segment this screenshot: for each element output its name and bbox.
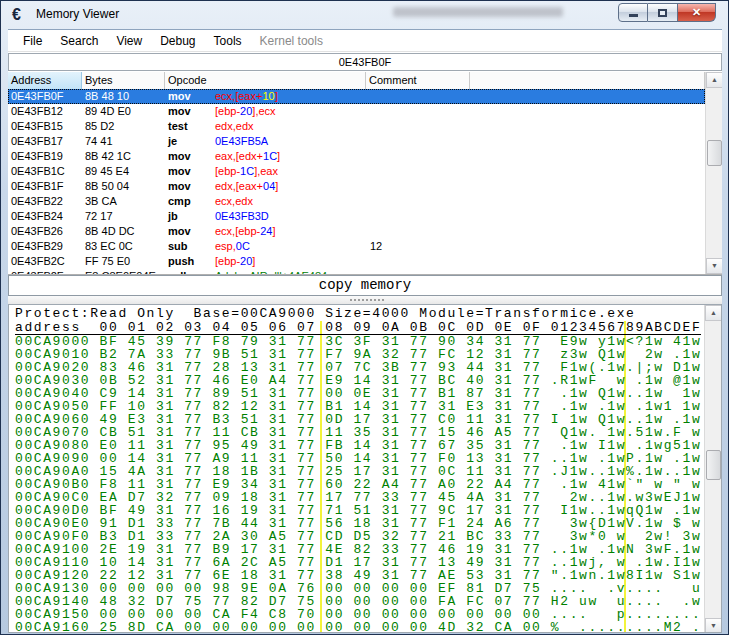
disasm-row[interactable]: 0E43FB198B 42 1Cmoveax,[edx+1C]: [8, 149, 705, 164]
disasm-cell-mn: test: [168, 119, 188, 134]
disasm-cell-op: 0E43FB5A: [215, 134, 268, 149]
scroll-thumb[interactable]: [707, 140, 722, 166]
disasm-cell-addr: 0E43FB1C: [11, 164, 65, 179]
column-header-comment[interactable]: Comment: [366, 72, 470, 89]
panel-splitter[interactable]: [8, 296, 722, 304]
disasm-cell-bytes: 89 4D E0: [85, 104, 131, 119]
disasm-cell-op: ecx,edx: [215, 194, 253, 209]
disasm-row[interactable]: 0E43FB223B CAcmpecx,edx: [8, 194, 705, 209]
disasm-cell-bytes: 72 17: [85, 209, 113, 224]
disasm-row[interactable]: 0E43FB1F8B 50 04movedx,[eax+04]: [8, 179, 705, 194]
disasm-cell-mn: mov: [168, 179, 191, 194]
disasm-row[interactable]: 0E43FB1C89 45 E4mov[ebp-1C],eax: [8, 164, 705, 179]
disasm-cell-op: [ebp-20],ecx: [215, 104, 276, 119]
disasm-cell-addr: 0E43FB12: [11, 104, 63, 119]
disasm-cell-op: esp,0C: [215, 239, 250, 254]
memory-info-line: Protect:Read Only Base=00CA9000 Size=400…: [15, 307, 635, 320]
window-title: Memory Viewer: [36, 7, 119, 21]
menu-item-tools[interactable]: Tools: [205, 32, 251, 50]
window-controls: ✕: [618, 3, 716, 22]
scroll-up-icon[interactable]: ▲: [705, 305, 722, 321]
memory-row[interactable]: 00CA9160 25 8D CA 00 00 00 00 00 00 00 0…: [15, 621, 706, 633]
disasm-cell-bytes: 8B 4D DC: [85, 224, 135, 239]
menu-item-kernel-tools: Kernel tools: [251, 32, 332, 50]
close-button[interactable]: ✕: [678, 3, 716, 22]
memory-column-header: address 00 01 02 03 04 05 06 07 08 09 0A…: [15, 321, 701, 335]
minimize-icon: [629, 14, 638, 17]
minimize-button[interactable]: [618, 3, 648, 22]
disasm-cell-addr: 0E43FB2F: [11, 269, 64, 274]
memory-scrollbar[interactable]: ▲ ▼: [704, 305, 721, 633]
scroll-down-icon[interactable]: ▼: [706, 258, 722, 274]
maximize-button[interactable]: [648, 3, 678, 22]
disassembly-scrollbar[interactable]: ▲ ▼: [705, 72, 722, 274]
maximize-icon: [658, 9, 667, 17]
disasm-row[interactable]: 0E43FB1774 41je0E43FB5A: [8, 134, 705, 149]
menu-item-file[interactable]: File: [14, 32, 51, 50]
disasm-cell-mn: push: [168, 254, 194, 269]
memory-rows: 00CA9000 BF 45 39 77 F8 79 31 77 3C 3F 3…: [15, 335, 706, 633]
disasm-row[interactable]: 0E43FB0F8B 48 10movecx,[eax+10]: [8, 89, 705, 104]
menu-bar: FileSearchViewDebugToolsKernel tools: [8, 30, 722, 52]
disasm-cell-addr: 0E43FB2C: [11, 254, 65, 269]
disasm-cell-mn: call: [168, 269, 186, 274]
disasm-cell-op: ecx,[ebp-24]: [215, 224, 276, 239]
disasm-row[interactable]: 0E43FB2FE8 C8E0E04EcallAdobe AIR.dll+4AE…: [8, 269, 705, 274]
close-icon: ✕: [692, 6, 701, 19]
disasm-cell-addr: 0E43FB1F: [11, 179, 64, 194]
disasm-cell-bytes: 3B CA: [85, 194, 117, 209]
column-header-address[interactable]: Address: [8, 72, 82, 89]
scroll-thumb[interactable]: [706, 450, 721, 480]
disasm-cell-addr: 0E43FB0F: [11, 89, 64, 104]
disasm-cell-mn: cmp: [168, 194, 191, 209]
disasm-cell-mn: sub: [168, 239, 188, 254]
disasm-row[interactable]: 0E43FB268B 4D DCmovecx,[ebp-24]: [8, 224, 705, 239]
menu-item-view[interactable]: View: [107, 32, 151, 50]
disasm-cell-op: eax,[edx+1C]: [215, 149, 280, 164]
disasm-cell-op: [ebp-20]: [215, 254, 255, 269]
splitter-grip-icon: [350, 299, 384, 301]
disasm-cell-addr: 0E43FB24: [11, 209, 63, 224]
address-input[interactable]: 0E43FB0F: [8, 53, 722, 71]
disasm-row[interactable]: 0E43FB1585 D2testedx,edx: [8, 119, 705, 134]
menu-item-debug[interactable]: Debug: [151, 32, 204, 50]
menu-item-search[interactable]: Search: [51, 32, 107, 50]
disasm-cell-mn: je: [168, 134, 177, 149]
disasm-cell-op: [ebp-1C],eax: [215, 164, 278, 179]
disasm-cell-op: edx,[eax+04]: [215, 179, 278, 194]
column-header-filler[interactable]: [470, 72, 705, 89]
disasm-cell-bytes: 89 45 E4: [85, 164, 129, 179]
disasm-cell-mn: mov: [168, 164, 191, 179]
cheat-engine-app-icon: €: [12, 6, 29, 23]
column-header-opcode[interactable]: Opcode: [165, 72, 366, 89]
column-header-bytes[interactable]: Bytes: [82, 72, 165, 89]
disasm-cell-bytes: 83 EC 0C: [85, 239, 133, 254]
disasm-cell-addr: 0E43FB29: [11, 239, 63, 254]
disasm-cell-cm: 12: [370, 239, 382, 254]
disasm-cell-bytes: E8 C8E0E04E: [85, 269, 156, 274]
disasm-cell-bytes: 8B 48 10: [85, 89, 129, 104]
disasm-cell-op: Adobe AIR.dll+4AE484: [215, 269, 327, 274]
disasm-cell-addr: 0E43FB26: [11, 224, 63, 239]
disasm-cell-addr: 0E43FB17: [11, 134, 63, 149]
client-area: FileSearchViewDebugToolsKernel tools 0E4…: [8, 29, 722, 633]
disasm-row[interactable]: 0E43FB2472 17jb0E43FB3D: [8, 209, 705, 224]
disasm-row[interactable]: 0E43FB1289 4D E0mov[ebp-20],ecx: [8, 104, 705, 119]
memory-viewer-window: € Memory Viewer ✕ FileSearchViewDebugToo…: [0, 0, 729, 635]
scroll-up-icon[interactable]: ▲: [706, 72, 722, 88]
disasm-cell-addr: 0E43FB22: [11, 194, 63, 209]
disasm-cell-bytes: 8B 42 1C: [85, 149, 131, 164]
disasm-cell-op: edx,edx: [215, 119, 254, 134]
title-bar[interactable]: € Memory Viewer ✕: [1, 1, 728, 29]
disasm-row[interactable]: 0E43FB2CFF 75 E0push[ebp-20]: [8, 254, 705, 269]
disasm-row[interactable]: 0E43FB2983 EC 0Csubesp,0C12: [8, 239, 705, 254]
disasm-cell-addr: 0E43FB15: [11, 119, 63, 134]
disasm-cell-mn: jb: [168, 209, 178, 224]
disasm-cell-mn: mov: [168, 149, 191, 164]
disasm-cell-bytes: 85 D2: [85, 119, 114, 134]
scroll-down-icon[interactable]: ▼: [705, 618, 722, 633]
copy-memory-button[interactable]: copy memory: [8, 275, 722, 296]
disasm-cell-bytes: FF 75 E0: [85, 254, 130, 269]
disasm-cell-op: ecx,[eax+10]: [215, 89, 278, 104]
disasm-cell-op: 0E43FB3D: [215, 209, 269, 224]
